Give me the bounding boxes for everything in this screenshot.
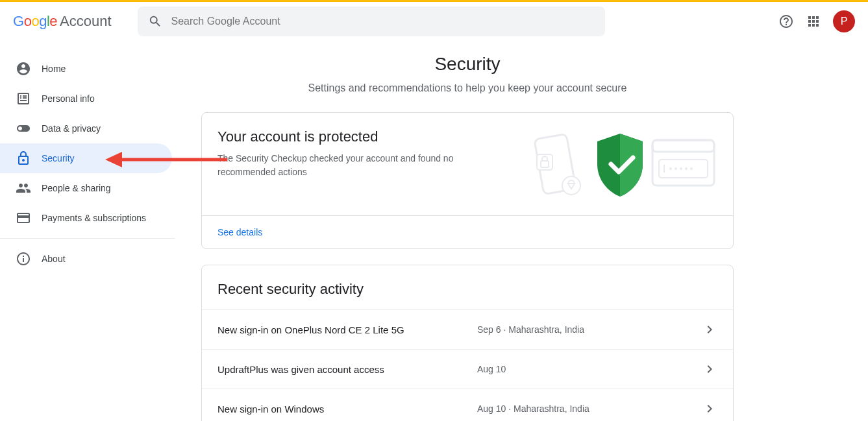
activity-row[interactable]: New sign-in on Windows Aug 10 · Maharash… xyxy=(202,389,733,421)
svg-rect-5 xyxy=(652,140,714,152)
activity-meta: Aug 10 · Maharashtra, India xyxy=(477,403,702,414)
info-icon xyxy=(16,251,31,267)
activity-card: Recent security activity New sign-in on … xyxy=(201,265,734,421)
account-circle-icon xyxy=(16,61,31,77)
main-content: Security Settings and recommendations to… xyxy=(175,41,760,421)
protection-desc: The Security Checkup checked your accoun… xyxy=(217,152,490,179)
sidebar-item-home[interactable]: Home xyxy=(0,54,172,84)
sidebar-item-label: Personal info xyxy=(42,93,95,104)
protection-illustration xyxy=(523,128,717,200)
sidebar-item-label: People & sharing xyxy=(42,183,111,193)
sidebar-item-label: About xyxy=(42,254,66,264)
account-label: Account xyxy=(60,13,112,30)
sidebar-item-security[interactable]: Security xyxy=(0,143,172,173)
nav-divider xyxy=(0,238,175,239)
activity-text: New sign-in on Windows xyxy=(217,403,477,415)
header-actions: P xyxy=(778,10,855,32)
sidebar-item-label: Home xyxy=(42,64,66,74)
toggle-icon xyxy=(16,121,31,136)
header: Google Account P xyxy=(0,2,868,41)
sidebar-item-data-privacy[interactable]: Data & privacy xyxy=(0,114,172,143)
sidebar-item-personal-info[interactable]: Personal info xyxy=(0,84,172,114)
search-icon xyxy=(148,14,162,29)
page-title: Security xyxy=(201,54,734,75)
svg-point-10 xyxy=(680,167,682,170)
svg-point-11 xyxy=(685,167,688,170)
activity-row[interactable]: New sign-in on OnePlus Nord CE 2 Lite 5G… xyxy=(202,309,733,349)
sidebar-item-label: Data & privacy xyxy=(42,123,101,134)
search-bar[interactable] xyxy=(138,6,605,36)
sidebar-item-about[interactable]: About xyxy=(0,244,172,274)
search-input[interactable] xyxy=(171,16,595,27)
sidebar-item-label: Payments & subscriptions xyxy=(42,213,146,223)
google-account-logo[interactable]: Google Account xyxy=(13,13,112,30)
svg-point-3 xyxy=(562,176,580,195)
id-card-icon xyxy=(16,91,31,106)
google-logo: Google xyxy=(13,13,57,30)
svg-point-12 xyxy=(690,167,693,170)
chevron-right-icon xyxy=(702,361,717,377)
sidebar-item-label: Security xyxy=(42,153,75,163)
svg-rect-4 xyxy=(652,140,714,186)
people-icon xyxy=(16,180,31,196)
help-icon[interactable] xyxy=(778,14,794,29)
svg-rect-6 xyxy=(659,160,708,178)
svg-point-9 xyxy=(675,167,677,170)
activity-title: Recent security activity xyxy=(202,281,733,309)
activity-text: New sign-in on OnePlus Nord CE 2 Lite 5G xyxy=(217,324,477,335)
svg-point-8 xyxy=(669,167,672,170)
chevron-right-icon xyxy=(702,322,717,337)
apps-icon[interactable] xyxy=(806,14,821,29)
sidebar-item-people-sharing[interactable]: People & sharing xyxy=(0,173,172,203)
activity-row[interactable]: UpdraftPlus was given account access Aug… xyxy=(202,349,733,389)
avatar[interactable]: P xyxy=(833,10,855,32)
activity-meta: Sep 6 · Maharashtra, India xyxy=(477,324,702,335)
chevron-right-icon xyxy=(702,401,717,416)
protection-card: Your account is protected The Security C… xyxy=(201,112,734,249)
sidebar-item-payments[interactable]: Payments & subscriptions xyxy=(0,203,172,233)
credit-card-icon xyxy=(16,210,31,226)
see-details-link[interactable]: See details xyxy=(217,227,262,237)
lock-icon xyxy=(16,150,31,166)
activity-text: UpdraftPlus was given account access xyxy=(217,364,477,375)
protection-title: Your account is protected xyxy=(217,128,523,145)
sidebar: Home Personal info Data & privacy Securi… xyxy=(0,41,175,421)
activity-meta: Aug 10 xyxy=(477,364,702,374)
page-subtitle: Settings and recommendations to help you… xyxy=(201,82,734,94)
